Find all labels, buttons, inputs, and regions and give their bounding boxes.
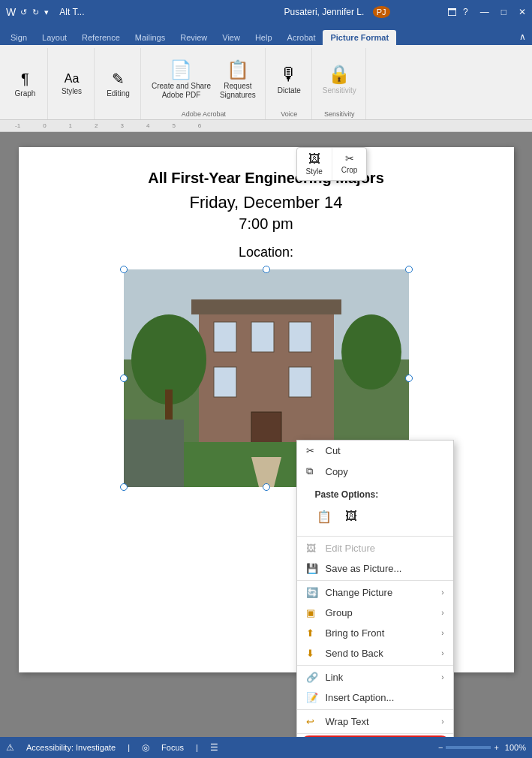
context-menu-copy[interactable]: ⧉ Copy: [297, 461, 453, 482]
ribbon-group-styles: Aa Styles: [50, 48, 95, 119]
request-signatures-button[interactable]: 📋 RequestSignatures: [217, 58, 259, 101]
accessibility-icon: ⚠: [6, 742, 14, 753]
handle-top-right[interactable]: [405, 266, 413, 273]
accessibility-status[interactable]: Accessibility: Investigate: [26, 743, 116, 752]
wrap-text-arrow: ›: [441, 717, 443, 726]
voice-group-label: Voice: [281, 110, 297, 119]
ribbon-group-editing: ✎ Editing: [96, 48, 141, 119]
zoom-in-button[interactable]: +: [494, 743, 498, 752]
zoom-level[interactable]: 100%: [505, 743, 526, 752]
redo-icon[interactable]: ↻: [32, 8, 39, 17]
editing-button[interactable]: ✎ Editing: [104, 68, 133, 99]
create-pdf-label: Create and ShareAdobe PDF: [152, 82, 211, 100]
paragraph-icon: ¶: [21, 71, 29, 88]
context-menu-group[interactable]: ▣ Group ›: [297, 603, 453, 623]
send-to-back-arrow: ›: [441, 649, 443, 657]
close-button[interactable]: ✕: [518, 7, 526, 17]
send-to-back-icon: ⬇: [306, 648, 321, 659]
handle-bottom-middle[interactable]: [263, 483, 270, 491]
tab-picture-format[interactable]: Picture Format: [323, 30, 396, 45]
doc-subheading: Friday, December 14: [49, 193, 484, 212]
style-button[interactable]: 🖼 Style: [297, 148, 332, 180]
svg-rect-4: [191, 299, 341, 314]
context-menu: ✂ Cut ⧉ Copy Paste Options: 📋 🖼 🖼 Edit P…: [296, 440, 454, 737]
tab-reference[interactable]: Reference: [74, 30, 128, 45]
more-commands-icon[interactable]: ▾: [44, 8, 49, 17]
titlebar-right: 🗖 ? — □ ✕: [447, 7, 526, 18]
handle-middle-right[interactable]: [405, 374, 413, 382]
paragraph-label: Graph: [15, 89, 36, 98]
handle-top-left[interactable]: [120, 266, 128, 273]
user-avatar[interactable]: PJ: [373, 6, 390, 18]
status-bar: ⚠ Accessibility: Investigate | ◎ Focus |…: [0, 737, 532, 758]
ribbon-collapse-icon[interactable]: ∧: [513, 29, 532, 45]
zoom-control: − + 100%: [438, 743, 526, 752]
ribbon-group-sensitivity: 🔒 Sensitivity Sensitivity: [314, 48, 366, 119]
svg-point-14: [341, 314, 401, 390]
word-logo-icon: W: [6, 6, 16, 18]
change-picture-icon: 🔄: [306, 587, 321, 598]
ruler-mark: 6: [198, 122, 201, 129]
styles-icon: Aa: [65, 72, 80, 86]
context-menu-edit-alt-text[interactable]: 🔤 Edit Alt Text...: [300, 735, 450, 737]
svg-rect-13: [165, 390, 173, 420]
tab-review[interactable]: Review: [173, 30, 215, 45]
crop-button[interactable]: ✂ Crop: [332, 148, 367, 180]
ruler-mark: 3: [120, 122, 123, 129]
group-icon: ▣: [306, 607, 321, 618]
context-menu-insert-caption[interactable]: 📝 Insert Caption...: [297, 687, 453, 708]
undo-icon[interactable]: ↺: [20, 8, 27, 17]
zoom-slider[interactable]: [446, 746, 491, 749]
ruler-mark: 5: [172, 122, 175, 129]
sensitivity-button[interactable]: 🔒 Sensitivity: [320, 62, 359, 96]
zoom-out-button[interactable]: −: [438, 743, 443, 752]
bring-to-front-icon: ⬆: [306, 627, 321, 639]
request-signatures-icon: 📋: [227, 59, 249, 80]
handle-bottom-left[interactable]: [120, 483, 128, 491]
tab-sign[interactable]: Sign: [3, 30, 35, 45]
context-menu-change-picture[interactable]: 🔄 Change Picture ›: [297, 582, 453, 603]
context-menu-bring-to-front[interactable]: ⬆ Bring to Front ›: [297, 623, 453, 643]
save-picture-label: Save as Picture...: [326, 563, 444, 574]
copy-icon: ⧉: [306, 465, 321, 477]
styles-button[interactable]: Aa Styles: [59, 71, 85, 97]
paragraph-button[interactable]: ¶ Graph: [12, 69, 39, 99]
separator-2: [297, 580, 453, 581]
ribbon-group-btns-sensitivity: 🔒 Sensitivity: [320, 48, 359, 110]
context-menu-send-to-back[interactable]: ⬇ Send to Back ›: [297, 643, 453, 663]
tab-view[interactable]: View: [215, 30, 248, 45]
minimize-button[interactable]: —: [480, 7, 489, 17]
paste-btn-1[interactable]: 📋: [312, 506, 336, 527]
focus-icon: ◎: [142, 742, 149, 753]
context-menu-wrap-text[interactable]: ↩ Wrap Text ›: [297, 711, 453, 732]
bring-to-front-label: Bring to Front: [326, 627, 442, 639]
focus-status[interactable]: Focus: [161, 743, 184, 752]
context-menu-save-as-picture[interactable]: 💾 Save as Picture...: [297, 558, 453, 579]
document-page: All First-Year Engineering Majors Friday…: [19, 147, 514, 672]
handle-top-middle[interactable]: [263, 266, 270, 273]
create-pdf-button[interactable]: 📄 Create and ShareAdobe PDF: [149, 58, 214, 101]
ruler-mark: 0: [43, 122, 46, 129]
help-icon[interactable]: ?: [463, 7, 468, 17]
tab-acrobat[interactable]: Acrobat: [280, 30, 323, 45]
separator-5: [297, 733, 453, 734]
ruler: -1 0 1 2 3 4 5 6: [0, 120, 532, 132]
editing-label: Editing: [107, 89, 130, 98]
tab-help[interactable]: Help: [248, 30, 280, 45]
copy-label: Copy: [326, 466, 444, 477]
paste-btn-2[interactable]: 🖼: [339, 506, 363, 527]
tab-layout[interactable]: Layout: [35, 30, 74, 45]
maximize-button[interactable]: □: [501, 7, 506, 17]
doc-location: Location:: [49, 245, 484, 260]
change-picture-arrow: ›: [441, 588, 443, 597]
send-to-back-label: Send to Back: [326, 648, 442, 659]
ribbon-expand-icon[interactable]: 🗖: [447, 7, 457, 18]
tab-mailings[interactable]: Mailings: [128, 30, 173, 45]
link-arrow: ›: [441, 673, 443, 681]
context-menu-cut[interactable]: ✂ Cut: [297, 441, 453, 461]
handle-middle-left[interactable]: [120, 374, 128, 382]
dictate-button[interactable]: 🎙 Dictate: [275, 62, 304, 96]
svg-rect-6: [251, 322, 274, 352]
context-menu-link[interactable]: 🔗 Link ›: [297, 667, 453, 687]
ribbon-group-btns-editing: ✎ Editing: [104, 48, 133, 119]
